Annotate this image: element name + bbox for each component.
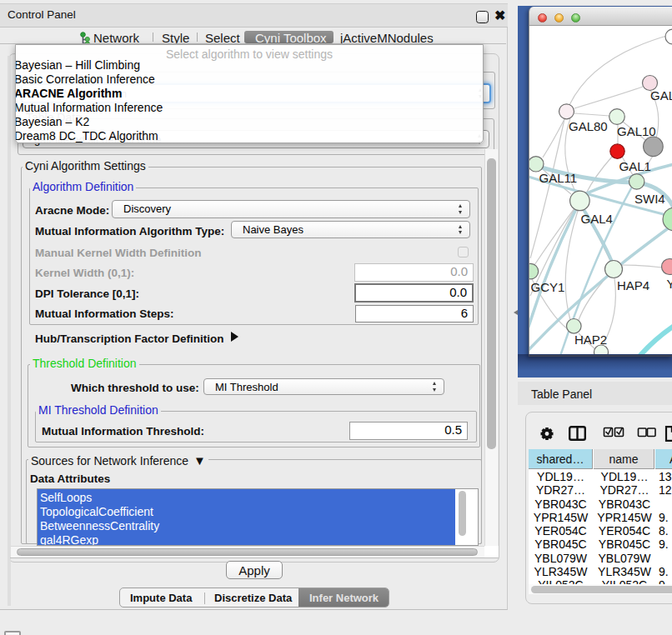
svg-text:GAL11: GAL11 bbox=[539, 171, 578, 185]
svg-text:SWI4: SWI4 bbox=[634, 192, 665, 206]
svg-text:GAL10: GAL10 bbox=[617, 124, 656, 138]
svg-text:GAL4: GAL4 bbox=[581, 212, 613, 226]
svg-text:GAL3: GAL3 bbox=[650, 88, 672, 102]
svg-text:YJ: YJ bbox=[667, 277, 672, 291]
svg-text:GAL80: GAL80 bbox=[569, 119, 608, 133]
svg-text:GAL1: GAL1 bbox=[619, 159, 651, 173]
svg-text:HAP2: HAP2 bbox=[574, 332, 607, 347]
svg-text:HAP4: HAP4 bbox=[617, 278, 649, 292]
svg-text:GCY1: GCY1 bbox=[531, 280, 565, 294]
